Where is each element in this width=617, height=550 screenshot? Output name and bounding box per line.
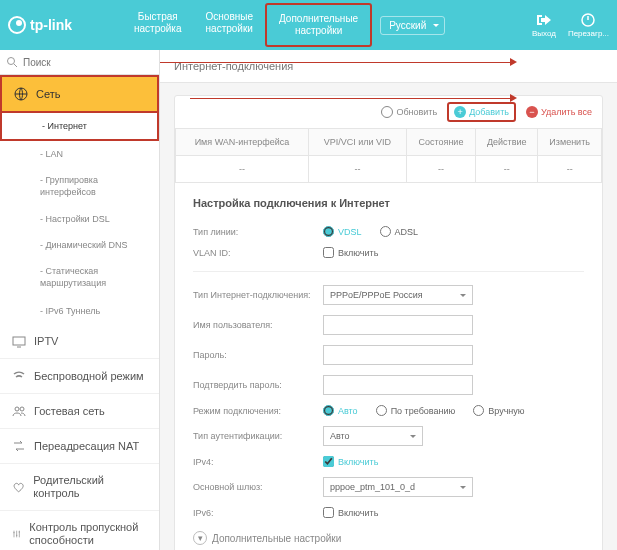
connections-table: Имя WAN-интерфейса VPI/VCI или VID Состо… [175,128,602,183]
heart-icon [12,480,25,494]
sidebar-sub-static[interactable]: - Статическая маршрутизация [0,258,159,297]
sidebar-sub-internet[interactable]: - Интернет [2,113,157,139]
sidebar-item-guest[interactable]: Гостевая сеть [0,394,159,429]
connections-panel: ↻ Обновить + Добавить − Удалить все Имя … [174,95,603,550]
label-mode: Режим подключения: [193,406,323,416]
main-content: Интернет-подключения ↻ Обновить + Добави… [160,50,617,550]
svg-point-3 [15,407,19,411]
search-input[interactable] [23,57,153,68]
radio-auto[interactable]: Авто [323,405,358,416]
th-edit: Изменить [538,129,602,156]
sidebar-label: Сеть [36,88,60,100]
logo-icon [8,16,26,34]
label-vlan: VLAN ID: [193,248,323,258]
sidebar-item-network[interactable]: Сеть [0,75,159,113]
label-auth: Тип аутентификации: [193,431,323,441]
logo: tp-link [8,16,72,34]
nav-tabs: Быстрая настройка Основные настройки Доп… [122,3,372,47]
radio-manual[interactable]: Вручную [473,405,524,416]
chevron-down-icon: ▾ [193,531,207,545]
expand-more-settings[interactable]: ▾ Дополнительные настройки [193,523,584,550]
plus-icon: + [454,106,466,118]
select-auth[interactable]: Авто [323,426,423,446]
refresh-icon: ↻ [381,106,393,118]
sidebar-sub-dsl[interactable]: - Настройки DSL [0,206,159,232]
input-username[interactable] [323,315,473,335]
globe-icon [14,87,28,101]
checkbox-ipv6[interactable]: Включить [323,507,378,518]
header-bar: tp-link Быстрая настройка Основные настр… [0,0,617,50]
label-conn-type: Тип Интернет-подключения: [193,290,323,300]
reboot-button[interactable]: Перезагр... [568,13,609,38]
label-password2: Подтвердить пароль: [193,380,323,390]
label-line-type: Тип линии: [193,227,323,237]
input-password[interactable] [323,345,473,365]
nat-icon [12,439,26,453]
sidebar-item-bandwidth[interactable]: Контроль пропускной способности [0,511,159,550]
sidebar-sub-group[interactable]: - Группировка интерфейсов [0,167,159,206]
svg-point-0 [8,58,15,65]
add-button[interactable]: + Добавить [447,102,516,122]
page-title: Интернет-подключения [160,50,617,83]
search-icon [6,56,18,68]
sidebar-item-wireless[interactable]: Беспроводной режим [0,359,159,394]
radio-adsl[interactable]: ADSL [380,226,419,237]
input-password2[interactable] [323,375,473,395]
label-gateway: Основной шлюз: [193,482,323,492]
minus-icon: − [526,106,538,118]
svg-point-4 [20,407,24,411]
sidebar: Сеть - Интернет - LAN - Группировка инте… [0,50,160,550]
radio-vdsl[interactable]: VDSL [323,226,362,237]
sidebar-sub-ddns[interactable]: - Динамический DNS [0,232,159,258]
th-vpi: VPI/VCI или VID [308,129,406,156]
checkbox-vlan[interactable]: Включить [323,247,378,258]
sidebar-sub-ipv6[interactable]: - IPv6 Туннель [0,298,159,324]
tab-quick[interactable]: Быстрая настройка [122,3,194,47]
wifi-icon [12,369,26,383]
label-ipv4: IPv4: [193,457,323,467]
brand-text: tp-link [30,17,72,33]
users-icon [12,404,26,418]
search-box[interactable] [0,50,159,75]
radio-demand[interactable]: По требованию [376,405,456,416]
delete-all-button[interactable]: − Удалить все [526,106,592,118]
label-username: Имя пользователя: [193,320,323,330]
sidebar-sub-lan[interactable]: - LAN [0,141,159,167]
table-row: ---------- [176,156,602,183]
language-select[interactable]: Русский [380,16,445,35]
section-internet-title: Настройка подключения к Интернет [175,183,602,217]
th-state: Состояние [406,129,475,156]
select-conn-type[interactable]: PPPoE/PPPoE Россия [323,285,473,305]
sidebar-item-iptv[interactable]: IPTV [0,324,159,359]
refresh-button[interactable]: ↻ Обновить [381,106,437,118]
sliders-icon [12,527,21,541]
tab-basic[interactable]: Основные настройки [194,3,265,47]
th-action: Действие [476,129,538,156]
sidebar-item-nat[interactable]: Переадресация NAT [0,429,159,464]
tab-advanced[interactable]: Дополнительные настройки [265,3,372,47]
logout-button[interactable]: Выход [532,13,556,38]
tv-icon [12,334,26,348]
select-gateway[interactable]: pppoe_ptm_101_0_d [323,477,473,497]
label-ipv6: IPv6: [193,508,323,518]
checkbox-ipv4[interactable]: Включить [323,456,378,467]
th-wan: Имя WAN-интерфейса [176,129,309,156]
svg-rect-2 [13,337,25,345]
sidebar-item-parental[interactable]: Родительский контроль [0,464,159,511]
label-password: Пароль: [193,350,323,360]
